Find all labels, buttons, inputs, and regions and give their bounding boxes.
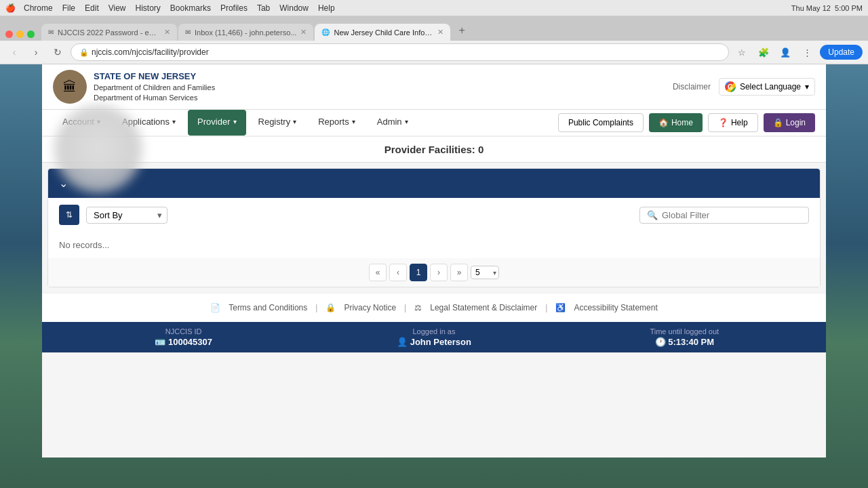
global-filter[interactable]: 🔍 <box>639 207 809 224</box>
logged-in-label: Logged in as <box>412 327 455 336</box>
global-filter-input[interactable] <box>662 210 802 220</box>
search-icon: 🔍 <box>647 210 658 220</box>
view-menu[interactable]: View <box>108 3 126 13</box>
legal-icon: ⚖ <box>414 303 422 312</box>
address-bar[interactable]: 🔒 njccis.com/njccis/facility/provider <box>71 43 729 61</box>
clock-icon: 🕐 <box>655 337 666 347</box>
tab-title-email2: Inbox (11,466) - john.peterso... <box>195 28 296 37</box>
page-size-wrapper: 5 10 25 <box>471 266 499 279</box>
njccis-id-label: NJCCIS ID <box>165 327 202 336</box>
help-menu[interactable]: Help <box>318 3 335 13</box>
legal-link[interactable]: Legal Statement & Disclaimer <box>430 303 537 312</box>
logout-value: 🕐 5:13:40 PM <box>655 337 715 347</box>
tab-close-email2[interactable]: ✕ <box>300 28 307 37</box>
id-card-icon: 🪪 <box>155 337 165 347</box>
help-button[interactable]: ❓ Help <box>708 113 758 132</box>
browser-tab-njccis[interactable]: 🌐 New Jersey Child Care Inform... ✕ <box>315 24 450 41</box>
tab-favicon-email1: ✉ <box>48 28 54 36</box>
bookmarks-menu[interactable]: Bookmarks <box>170 3 211 13</box>
prev-page-button[interactable]: ‹ <box>389 264 407 281</box>
state-seal: 🏛 <box>53 70 87 104</box>
page-title: Provider Facilities: 0 <box>42 137 826 163</box>
site-logo: 🏛 STATE OF NEW JERSEY Department of Chil… <box>53 70 215 104</box>
history-menu[interactable]: History <box>136 3 161 13</box>
site-logo-text: STATE OF NEW JERSEY Department of Childr… <box>94 70 215 104</box>
tab-menu[interactable]: Tab <box>257 3 270 13</box>
first-page-button[interactable]: « <box>369 264 387 281</box>
sort-by-select[interactable]: Sort By <box>86 207 167 224</box>
content-area: ⌄ ⇅ Sort By 🔍 No records... « ‹ 1 › <box>47 168 821 287</box>
public-complaints-button[interactable]: Public Complaints <box>558 113 644 132</box>
browser-tab-email1[interactable]: ✉ NJCCIS 2022 Password - em... ✕ <box>41 24 177 41</box>
file-menu[interactable]: File <box>62 3 75 13</box>
site-header: 🏛 STATE OF NEW JERSEY Department of Chil… <box>42 64 826 110</box>
terms-icon: 📄 <box>210 303 220 312</box>
table-controls: ⇅ Sort By 🔍 <box>48 198 820 232</box>
privacy-link[interactable]: Privacy Notice <box>344 303 396 312</box>
page-1-button[interactable]: 1 <box>410 264 427 281</box>
nav-item-reports[interactable]: Reports ▾ <box>309 110 365 136</box>
disclaimer-link[interactable]: Disclaimer <box>673 82 711 92</box>
edit-menu[interactable]: Edit <box>85 3 99 13</box>
footer-sep-1: | <box>315 303 317 312</box>
refresh-button[interactable]: ↻ <box>49 43 66 61</box>
logged-in-value: 👤 John Peterson <box>397 337 471 347</box>
logout-label: Time until logged out <box>650 327 719 336</box>
next-page-button[interactable]: › <box>430 264 448 281</box>
logout-timer-section: Time until logged out 🕐 5:13:40 PM <box>559 327 810 347</box>
google-logo: G <box>725 81 736 92</box>
more-button[interactable]: ⋮ <box>798 43 816 61</box>
chevron-down-icon: ▾ <box>172 118 176 125</box>
footer-sep-2: | <box>404 303 406 312</box>
njccis-id-value: 🪪 100045307 <box>155 337 212 347</box>
privacy-icon: 🔒 <box>326 303 336 312</box>
profiles-menu[interactable]: Profiles <box>220 3 248 13</box>
update-button[interactable]: Update <box>820 45 863 60</box>
tab-close-njccis[interactable]: ✕ <box>437 28 443 37</box>
user-icon: 👤 <box>397 337 408 347</box>
sort-icon-button[interactable]: ⇅ <box>59 205 79 225</box>
back-button[interactable]: ‹ <box>5 43 23 61</box>
nav-item-provider[interactable]: Provider ▾ <box>188 110 245 136</box>
extensions-button[interactable]: 🧩 <box>755 43 772 61</box>
status-bar: NJCCIS ID 🪪 100045307 Logged in as 👤 Joh… <box>42 322 826 352</box>
bookmark-button[interactable]: ☆ <box>733 43 751 61</box>
nav-item-admin[interactable]: Admin ▾ <box>368 110 418 136</box>
help-icon: ❓ <box>718 118 728 127</box>
tab-favicon-email2: ✉ <box>185 28 191 36</box>
nav-actions: Public Complaints 🏠 Home ❓ Help 🔒 Login <box>558 113 815 132</box>
chevron-down-icon: ▾ <box>293 118 296 125</box>
home-button[interactable]: 🏠 Home <box>649 113 703 132</box>
macos-menubar: 🍎 Chrome File Edit View History Bookmark… <box>0 0 868 16</box>
chrome-menu[interactable]: Chrome <box>24 3 53 13</box>
accessibility-icon: ♿ <box>555 303 566 312</box>
sort-by-wrapper: Sort By <box>86 207 167 224</box>
accessibility-link[interactable]: Accessibility Statement <box>574 303 657 312</box>
sort-icon: ⇅ <box>66 210 73 220</box>
home-icon: 🏠 <box>658 118 669 127</box>
google-translate-widget[interactable]: G Select Language ▾ <box>719 78 815 96</box>
nav-item-registry[interactable]: Registry ▾ <box>249 110 307 136</box>
browser-tab-email2[interactable]: ✉ Inbox (11,466) - john.peterso... ✕ <box>178 24 313 41</box>
window-menu[interactable]: Window <box>279 3 309 13</box>
window-maximize-btn[interactable] <box>27 30 35 38</box>
page-size-select[interactable]: 5 10 25 <box>471 266 499 279</box>
chevron-down-icon: ▾ <box>405 118 408 125</box>
tab-favicon-njccis: 🌐 <box>321 28 330 36</box>
apple-menu[interactable]: 🍎 <box>5 3 16 13</box>
tab-title-njccis: New Jersey Child Care Inform... <box>334 28 433 37</box>
tab-close-email1[interactable]: ✕ <box>164 28 170 37</box>
pagination-bar: « ‹ 1 › » 5 10 25 <box>48 258 820 287</box>
accordion-header[interactable]: ⌄ <box>48 169 820 198</box>
window-minimize-btn[interactable] <box>16 30 24 38</box>
login-button[interactable]: 🔒 Login <box>764 113 815 132</box>
forward-button[interactable]: › <box>27 43 45 61</box>
profile-button[interactable]: 👤 <box>776 43 794 61</box>
footer-links: 📄 Terms and Conditions | 🔒 Privacy Notic… <box>42 293 826 322</box>
site-navigation: Account ▾ Applications ▾ Provider ▾ Regi… <box>42 110 826 137</box>
window-close-btn[interactable] <box>5 30 13 38</box>
macos-clock: Thu May 12 5:00 PM <box>791 4 863 12</box>
new-tab-button[interactable]: + <box>452 20 471 41</box>
terms-link[interactable]: Terms and Conditions <box>229 303 307 312</box>
last-page-button[interactable]: » <box>450 264 468 281</box>
